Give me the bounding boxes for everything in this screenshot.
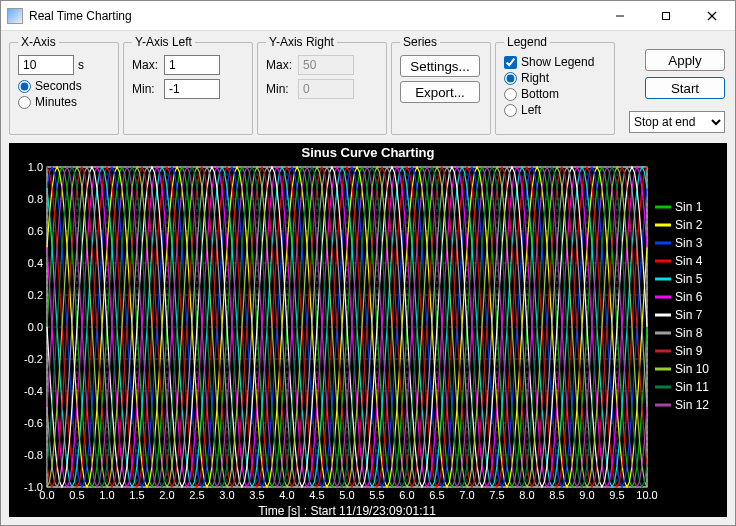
svg-text:Sin 2: Sin 2 [675,218,703,232]
legend-left-label: Left [521,103,541,117]
svg-text:1.0: 1.0 [99,489,114,501]
apply-button[interactable]: Apply [645,49,725,71]
yleft-legend: Y-Axis Left [132,35,195,49]
actions-group: Apply Start Stop at end [619,35,727,135]
show-legend-label: Show Legend [521,55,594,69]
svg-text:Sin 10: Sin 10 [675,362,709,376]
mode-select[interactable]: Stop at end [629,111,725,133]
svg-text:9.5: 9.5 [609,489,624,501]
yleft-max-label: Max: [132,58,160,72]
svg-text:7.0: 7.0 [459,489,474,501]
legend-right-input[interactable] [504,72,517,85]
export-button[interactable]: Export... [400,81,480,103]
series-group: Series Settings... Export... [391,35,491,135]
svg-text:2.5: 2.5 [189,489,204,501]
legend-bottom-radio[interactable]: Bottom [504,87,606,101]
xaxis-minutes-label: Minutes [35,95,77,109]
yleft-min-label: Min: [132,82,160,96]
svg-text:6.0: 6.0 [399,489,414,501]
xaxis-minutes-input[interactable] [18,96,31,109]
svg-text:0.6: 0.6 [28,225,43,237]
series-legend: Series [400,35,440,49]
xaxis-group: X-Axis s Seconds Minutes [9,35,119,135]
yright-min-input [298,79,354,99]
svg-text:0.4: 0.4 [28,257,43,269]
xaxis-seconds-radio[interactable]: Seconds [18,79,110,93]
svg-text:7.5: 7.5 [489,489,504,501]
svg-text:-0.8: -0.8 [24,449,43,461]
svg-text:Sin 3: Sin 3 [675,236,703,250]
xaxis-seconds-label: Seconds [35,79,82,93]
svg-text:1.0: 1.0 [28,161,43,173]
svg-text:Sin 12: Sin 12 [675,398,709,412]
legend-right-radio[interactable]: Right [504,71,606,85]
xaxis-value-input[interactable] [18,55,74,75]
svg-text:-0.2: -0.2 [24,353,43,365]
svg-text:Time [s] : Start 11/19/23:09:0: Time [s] : Start 11/19/23:09:01:11 [258,504,436,517]
svg-text:6.5: 6.5 [429,489,444,501]
yright-group: Y-Axis Right Max: Min: [257,35,387,135]
svg-text:-0.4: -0.4 [24,385,43,397]
svg-text:Sinus Curve Charting: Sinus Curve Charting [302,145,435,160]
chart-svg: Sinus Curve Charting0.00.51.01.52.02.53.… [9,143,727,517]
legend-legend: Legend [504,35,550,49]
close-button[interactable] [689,1,735,31]
svg-text:4.0: 4.0 [279,489,294,501]
start-button[interactable]: Start [645,77,725,99]
yright-legend: Y-Axis Right [266,35,337,49]
minimize-button[interactable] [597,1,643,31]
svg-text:0.8: 0.8 [28,193,43,205]
svg-text:3.5: 3.5 [249,489,264,501]
yright-max-label: Max: [266,58,294,72]
xaxis-seconds-input[interactable] [18,80,31,93]
titlebar: Real Time Charting [1,1,735,31]
legend-bottom-label: Bottom [521,87,559,101]
svg-text:0.0: 0.0 [28,321,43,333]
svg-text:-1.0: -1.0 [24,481,43,493]
svg-text:2.0: 2.0 [159,489,174,501]
legend-left-radio[interactable]: Left [504,103,606,117]
svg-text:8.0: 8.0 [519,489,534,501]
xaxis-unit: s [78,58,84,72]
svg-text:Sin 11: Sin 11 [675,380,709,394]
svg-text:4.5: 4.5 [309,489,324,501]
svg-text:Sin 6: Sin 6 [675,290,703,304]
yright-max-input [298,55,354,75]
svg-text:5.5: 5.5 [369,489,384,501]
maximize-button[interactable] [643,1,689,31]
yright-min-label: Min: [266,82,294,96]
svg-text:9.0: 9.0 [579,489,594,501]
xaxis-minutes-radio[interactable]: Minutes [18,95,110,109]
svg-text:Sin 4: Sin 4 [675,254,703,268]
yleft-min-input[interactable] [164,79,220,99]
window-title: Real Time Charting [29,9,597,23]
svg-text:Sin 9: Sin 9 [675,344,703,358]
controls-row: X-Axis s Seconds Minutes Y-Axis Left Max… [1,31,735,139]
show-legend-checkbox[interactable]: Show Legend [504,55,606,69]
legend-left-input[interactable] [504,104,517,117]
legend-group: Legend Show Legend Right Bottom Left [495,35,615,135]
svg-text:5.0: 5.0 [339,489,354,501]
svg-text:Sin 5: Sin 5 [675,272,703,286]
legend-bottom-input[interactable] [504,88,517,101]
show-legend-input[interactable] [504,56,517,69]
xaxis-legend: X-Axis [18,35,59,49]
settings-button[interactable]: Settings... [400,55,480,77]
svg-text:Sin 1: Sin 1 [675,200,703,214]
svg-text:Sin 7: Sin 7 [675,308,703,322]
svg-text:3.0: 3.0 [219,489,234,501]
yleft-max-input[interactable] [164,55,220,75]
legend-right-label: Right [521,71,549,85]
svg-text:Sin 8: Sin 8 [675,326,703,340]
svg-text:10.0: 10.0 [636,489,657,501]
yleft-group: Y-Axis Left Max: Min: [123,35,253,135]
svg-text:1.5: 1.5 [129,489,144,501]
svg-rect-1 [663,12,670,19]
app-icon [7,8,23,24]
svg-text:8.5: 8.5 [549,489,564,501]
svg-text:0.5: 0.5 [69,489,84,501]
chart-area: Sinus Curve Charting0.00.51.01.52.02.53.… [9,143,727,517]
svg-text:-0.6: -0.6 [24,417,43,429]
svg-text:0.2: 0.2 [28,289,43,301]
